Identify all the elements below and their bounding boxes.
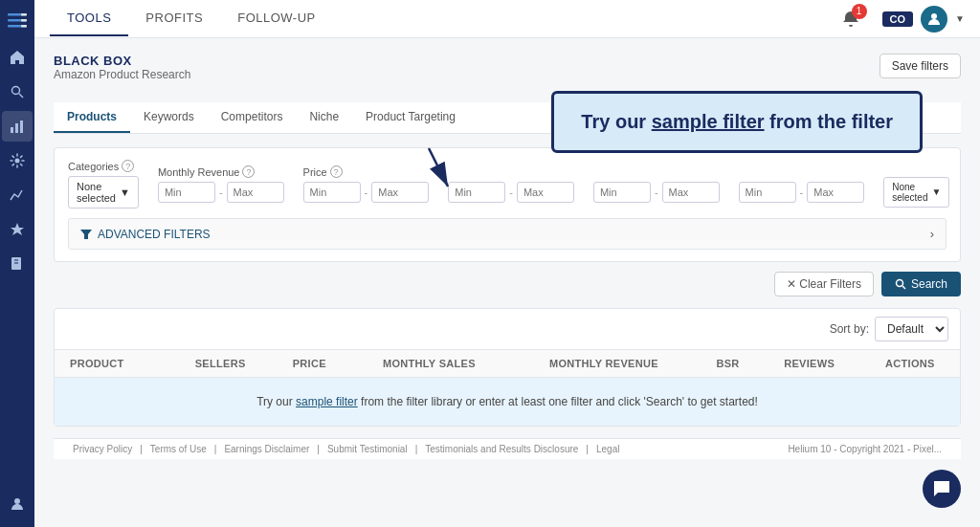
sidebar-item-star[interactable] [2,214,33,245]
categories-dropdown[interactable]: None selected ▼ [68,176,139,209]
chat-bubble-button[interactable] [923,470,961,508]
filter-group-monthly-revenue: Monthly Revenue ? - [158,165,284,203]
col-monthly-sales: MONTHLY SALES [347,350,510,378]
extra3-min[interactable] [739,182,796,203]
svg-point-6 [12,87,20,95]
extra2-max[interactable] [662,182,720,203]
footer-legal[interactable]: Legal [596,444,619,454]
page-content: Try our sample filter from the filter BL… [34,38,980,527]
top-nav-right: 1 CO ▼ [842,6,965,33]
tooltip-link[interactable]: sample filter [652,111,765,132]
search-button[interactable]: Search [881,272,961,296]
dropdown-chevron-icon: ▼ [120,187,130,198]
search-icon [895,278,906,290]
sidebar-item-search[interactable] [2,77,33,107]
categories-label: Categories ? [68,160,139,172]
extra2-label [593,166,720,178]
svg-rect-8 [11,127,13,133]
action-buttons: ✕ Clear Filters Search [54,272,961,296]
notification-badge: 1 [852,4,867,19]
results-table-body: Try our sample filter from the filter li… [55,378,960,427]
svg-line-7 [19,94,23,98]
sidebar-logo[interactable] [2,8,33,34]
extra4-label [883,162,949,173]
tab-products[interactable]: Products [54,102,130,133]
monthly-revenue-min[interactable] [158,182,215,203]
results-table-head: PRODUCT SELLERS PRICE MONTHLY SALES MONT… [55,350,960,378]
clear-filters-button[interactable]: ✕ Clear Filters [774,272,874,296]
footer-earnings[interactable]: Earnings Disclaimer [224,444,309,454]
sidebar-item-book[interactable] [2,249,33,279]
sidebar-item-graph[interactable] [2,180,33,210]
tab-niche[interactable]: Niche [296,102,352,133]
footer: Privacy Policy | Terms of Use | Earnings… [54,438,961,459]
tool-title: BLACK BOX [54,54,190,68]
extra4-dropdown[interactable]: None selected ▼ [883,177,949,208]
results-header: Sort by: Default [55,309,960,350]
advanced-filters-bar[interactable]: ADVANCED FILTERS › [68,218,947,250]
tab-competitors[interactable]: Competitors [208,102,297,133]
filters-row: Categories ? None selected ▼ Monthly Rev… [68,160,947,209]
dropdown2-chevron-icon: ▼ [931,187,941,197]
sidebar-item-home[interactable] [2,42,33,73]
footer-testimonial[interactable]: Submit Testimonial [327,444,408,454]
sidebar [0,0,34,527]
svg-rect-10 [20,121,23,133]
footer-results[interactable]: Testimonials and Results Disclosure [425,444,578,454]
col-monthly-revenue: MONTHLY REVENUE [510,350,697,378]
col-sellers: SELLERS [169,350,271,378]
tab-product-targeting[interactable]: Product Targeting [352,102,469,133]
extra3-max[interactable] [807,182,864,203]
sample-filter-link[interactable]: sample filter [296,395,358,408]
monthly-revenue-info-icon[interactable]: ? [242,165,255,178]
extra2-min[interactable] [593,182,651,203]
svg-marker-19 [80,230,92,239]
top-nav-tabs: TOOLS PROFITS FOLLOW-UP [50,1,333,36]
filter-group-extra3: - [739,166,865,203]
sort-label: Sort by: [830,322,869,336]
main-content: TOOLS PROFITS FOLLOW-UP 1 CO ▼ Try our s [34,0,980,527]
filter-group-extra1: - [448,166,574,203]
extra1-label [448,166,574,178]
save-filters-button[interactable]: Save filters [880,54,961,78]
notification-area: 1 [842,11,875,28]
tooltip-popup: Try our sample filter from the filter [551,91,923,153]
tooltip-prefix: Try our [581,111,651,132]
results-section: Sort by: Default PRODUCT SELLERS PRICE M… [54,308,961,427]
sort-select[interactable]: Default [875,317,948,341]
price-label: Price ? [303,165,430,178]
footer-terms[interactable]: Terms of Use [150,444,207,454]
tool-header: BLACK BOX Amazon Product Research [54,54,190,81]
filter-group-extra2: - [593,166,720,203]
table-empty-cell: Try our sample filter from the filter li… [55,378,960,427]
avatar-dropdown-icon[interactable]: ▼ [955,13,965,24]
monthly-revenue-inputs: - [158,182,284,203]
extra1-min[interactable] [448,182,505,203]
svg-marker-12 [11,223,24,235]
svg-rect-5 [21,25,27,28]
co-badge: CO [882,11,914,27]
tab-profits[interactable]: PROFITS [128,1,220,36]
svg-point-16 [14,498,20,504]
sidebar-item-user[interactable] [2,489,33,519]
sidebar-item-analytics[interactable] [2,111,33,142]
monthly-revenue-max[interactable] [227,182,284,203]
results-table: PRODUCT SELLERS PRICE MONTHLY SALES MONT… [55,350,960,426]
filter-group-price: Price ? - [303,165,430,203]
tab-follow-up[interactable]: FOLLOW-UP [220,1,333,36]
price-inputs: - [303,182,430,203]
advanced-filters-chevron: › [930,227,934,241]
price-max[interactable] [371,182,429,203]
price-min[interactable] [303,182,361,203]
svg-rect-9 [15,123,18,133]
sidebar-item-tools[interactable] [2,145,33,176]
tooltip-suffix: from the filter [765,111,893,132]
tab-keywords[interactable]: Keywords [130,102,208,133]
extra1-max[interactable] [517,182,574,203]
price-info-icon[interactable]: ? [330,165,343,178]
user-avatar[interactable] [921,6,947,33]
categories-info-icon[interactable]: ? [122,160,134,172]
tab-tools[interactable]: TOOLS [50,1,128,36]
filters-container: Categories ? None selected ▼ Monthly Rev… [54,147,961,262]
footer-privacy[interactable]: Privacy Policy [73,444,132,454]
